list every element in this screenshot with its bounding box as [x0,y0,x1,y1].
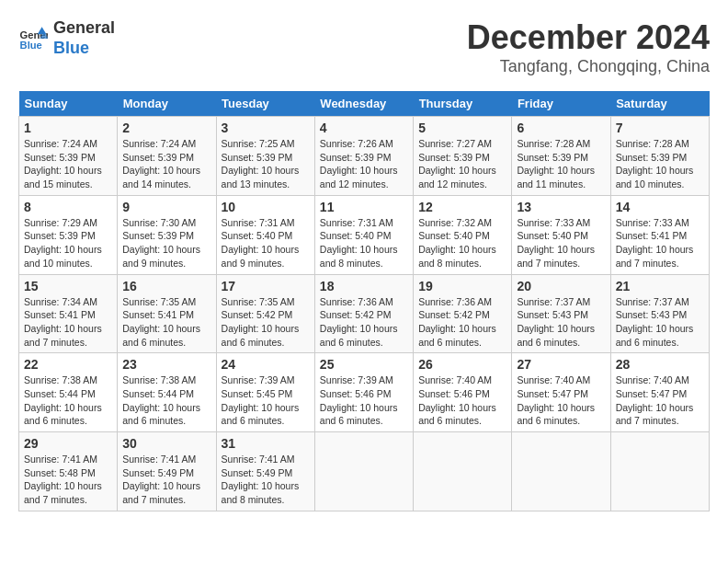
day-detail: Sunrise: 7:41 AM Sunset: 5:49 PM Dayligh… [222,454,300,505]
day-detail: Sunrise: 7:27 AM Sunset: 5:39 PM Dayligh… [418,138,496,190]
day-header-thursday: Thursday [414,91,512,117]
week-row-1: 1Sunrise: 7:24 AM Sunset: 5:39 PM Daylig… [19,117,710,196]
day-number: 19 [418,279,506,293]
day-number: 1 [24,121,112,135]
day-detail: Sunrise: 7:36 AM Sunset: 5:42 PM Dayligh… [418,296,496,348]
calendar-cell: 20Sunrise: 7:37 AM Sunset: 5:43 PM Dayli… [512,274,610,353]
day-detail: Sunrise: 7:34 AM Sunset: 5:41 PM Dayligh… [24,296,102,348]
day-number: 21 [616,279,704,293]
day-detail: Sunrise: 7:26 AM Sunset: 5:39 PM Dayligh… [320,138,398,190]
day-number: 26 [418,357,506,372]
day-detail: Sunrise: 7:33 AM Sunset: 5:41 PM Dayligh… [616,217,694,269]
calendar-cell: 16Sunrise: 7:35 AM Sunset: 5:41 PM Dayli… [118,274,216,353]
day-number: 20 [517,279,605,293]
calendar-cell: 17Sunrise: 7:35 AM Sunset: 5:42 PM Dayli… [216,274,314,353]
week-row-3: 15Sunrise: 7:34 AM Sunset: 5:41 PM Dayli… [19,274,710,353]
day-detail: Sunrise: 7:31 AM Sunset: 5:40 PM Dayligh… [222,217,300,269]
day-number: 5 [418,121,506,135]
calendar-cell: 30Sunrise: 7:41 AM Sunset: 5:49 PM Dayli… [118,432,216,511]
calendar-cell: 7Sunrise: 7:28 AM Sunset: 5:39 PM Daylig… [610,117,709,196]
calendar-cell: 23Sunrise: 7:38 AM Sunset: 5:44 PM Dayli… [118,353,216,432]
day-number: 15 [24,279,112,293]
day-detail: Sunrise: 7:41 AM Sunset: 5:48 PM Dayligh… [24,454,102,505]
day-header-wednesday: Wednesday [314,91,413,117]
day-number: 2 [122,121,210,135]
day-number: 31 [222,436,310,451]
day-detail: Sunrise: 7:40 AM Sunset: 5:47 PM Dayligh… [517,374,595,426]
calendar-cell: 14Sunrise: 7:33 AM Sunset: 5:41 PM Dayli… [610,195,709,274]
day-detail: Sunrise: 7:39 AM Sunset: 5:46 PM Dayligh… [320,374,398,426]
title-block: December 2024 Tangfang, Chongqing, China [467,18,710,76]
day-number: 17 [222,279,310,293]
day-detail: Sunrise: 7:35 AM Sunset: 5:42 PM Dayligh… [222,296,300,348]
day-number: 30 [122,436,210,451]
calendar-cell [512,432,610,511]
day-detail: Sunrise: 7:31 AM Sunset: 5:40 PM Dayligh… [320,217,398,269]
location-title: Tangfang, Chongqing, China [467,57,710,76]
calendar-cell: 18Sunrise: 7:36 AM Sunset: 5:42 PM Dayli… [314,274,413,353]
day-number: 13 [517,200,605,214]
calendar-cell: 15Sunrise: 7:34 AM Sunset: 5:41 PM Dayli… [19,274,118,353]
day-detail: Sunrise: 7:38 AM Sunset: 5:44 PM Dayligh… [122,374,200,426]
calendar-cell: 8Sunrise: 7:29 AM Sunset: 5:39 PM Daylig… [19,195,118,274]
calendar-cell: 27Sunrise: 7:40 AM Sunset: 5:47 PM Dayli… [512,353,610,432]
day-detail: Sunrise: 7:36 AM Sunset: 5:42 PM Dayligh… [320,296,398,348]
day-header-friday: Friday [512,91,610,117]
day-number: 3 [222,121,310,135]
day-detail: Sunrise: 7:29 AM Sunset: 5:39 PM Dayligh… [24,217,102,269]
calendar-cell: 19Sunrise: 7:36 AM Sunset: 5:42 PM Dayli… [414,274,512,353]
calendar-cell: 24Sunrise: 7:39 AM Sunset: 5:45 PM Dayli… [216,353,314,432]
day-number: 23 [122,357,210,372]
calendar-cell: 4Sunrise: 7:26 AM Sunset: 5:39 PM Daylig… [314,117,413,196]
day-detail: Sunrise: 7:24 AM Sunset: 5:39 PM Dayligh… [24,138,102,190]
day-header-sunday: Sunday [19,91,118,117]
calendar-cell: 12Sunrise: 7:32 AM Sunset: 5:40 PM Dayli… [414,195,512,274]
week-row-5: 29Sunrise: 7:41 AM Sunset: 5:48 PM Dayli… [19,432,710,511]
day-number: 14 [616,200,704,214]
calendar-cell: 25Sunrise: 7:39 AM Sunset: 5:46 PM Dayli… [314,353,413,432]
month-title: December 2024 [467,18,710,57]
day-detail: Sunrise: 7:28 AM Sunset: 5:39 PM Dayligh… [616,138,694,190]
calendar-cell: 9Sunrise: 7:30 AM Sunset: 5:39 PM Daylig… [118,195,216,274]
day-detail: Sunrise: 7:35 AM Sunset: 5:41 PM Dayligh… [122,296,200,348]
day-detail: Sunrise: 7:32 AM Sunset: 5:40 PM Dayligh… [418,217,496,269]
week-row-4: 22Sunrise: 7:38 AM Sunset: 5:44 PM Dayli… [19,353,710,432]
week-row-2: 8Sunrise: 7:29 AM Sunset: 5:39 PM Daylig… [19,195,710,274]
day-detail: Sunrise: 7:40 AM Sunset: 5:47 PM Dayligh… [616,374,694,426]
day-detail: Sunrise: 7:38 AM Sunset: 5:44 PM Dayligh… [24,374,102,426]
calendar-cell: 1Sunrise: 7:24 AM Sunset: 5:39 PM Daylig… [19,117,118,196]
calendar-cell [610,432,709,511]
day-number: 24 [222,357,310,372]
day-number: 29 [24,436,112,451]
day-header-tuesday: Tuesday [216,91,314,117]
calendar-cell: 31Sunrise: 7:41 AM Sunset: 5:49 PM Dayli… [216,432,314,511]
calendar-cell: 10Sunrise: 7:31 AM Sunset: 5:40 PM Dayli… [216,195,314,274]
calendar-cell: 28Sunrise: 7:40 AM Sunset: 5:47 PM Dayli… [610,353,709,432]
calendar-cell: 29Sunrise: 7:41 AM Sunset: 5:48 PM Dayli… [19,432,118,511]
day-detail: Sunrise: 7:37 AM Sunset: 5:43 PM Dayligh… [517,296,595,348]
day-number: 11 [320,200,408,214]
calendar-cell: 5Sunrise: 7:27 AM Sunset: 5:39 PM Daylig… [414,117,512,196]
day-number: 27 [517,357,605,372]
calendar-cell: 2Sunrise: 7:24 AM Sunset: 5:39 PM Daylig… [118,117,216,196]
day-detail: Sunrise: 7:25 AM Sunset: 5:39 PM Dayligh… [222,138,300,190]
day-number: 4 [320,121,408,135]
day-detail: Sunrise: 7:24 AM Sunset: 5:39 PM Dayligh… [122,138,200,190]
logo-line2: Blue [53,39,115,59]
day-detail: Sunrise: 7:30 AM Sunset: 5:39 PM Dayligh… [122,217,200,269]
logo-icon: General Blue [18,24,48,53]
day-number: 28 [616,357,704,372]
day-number: 10 [222,200,310,214]
day-detail: Sunrise: 7:28 AM Sunset: 5:39 PM Dayligh… [517,138,595,190]
svg-text:Blue: Blue [20,40,42,51]
days-header-row: SundayMondayTuesdayWednesdayThursdayFrid… [19,91,710,117]
day-number: 12 [418,200,506,214]
day-number: 6 [517,121,605,135]
day-number: 25 [320,357,408,372]
calendar-table: SundayMondayTuesdayWednesdayThursdayFrid… [18,91,710,511]
calendar-cell [414,432,512,511]
day-number: 8 [24,200,112,214]
day-number: 9 [122,200,210,214]
calendar-cell: 26Sunrise: 7:40 AM Sunset: 5:46 PM Dayli… [414,353,512,432]
logo: General Blue General Blue [18,18,115,58]
